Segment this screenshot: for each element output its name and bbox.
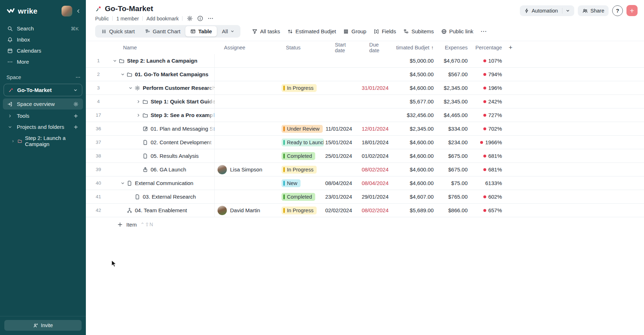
assignee-cell[interactable] bbox=[215, 122, 279, 135]
expenses-cell[interactable]: $567.00 bbox=[434, 68, 468, 81]
column-header-estimated-budget[interactable]: timated Budjet↑ bbox=[394, 41, 434, 54]
status-badge[interactable]: Completed bbox=[282, 193, 315, 201]
table-row[interactable]: 40External CommunicationNew08/04/202408/… bbox=[86, 176, 644, 190]
percentage-cell[interactable]: 6133% bbox=[468, 176, 502, 190]
toolbar-action-public-link[interactable]: Public link bbox=[441, 28, 474, 34]
estimated-budget-cell[interactable]: $4,500.00 bbox=[394, 68, 434, 81]
start-date-cell[interactable]: 15/01/2024 bbox=[324, 136, 361, 149]
assignee-cell[interactable] bbox=[215, 149, 279, 162]
task-name[interactable]: Step 2: Launch a Campaign bbox=[127, 58, 197, 64]
task-name-cell[interactable]: 01. Plan and Messaging Str bbox=[111, 122, 215, 135]
chevron-down-icon[interactable] bbox=[121, 72, 125, 77]
task-name[interactable]: Step 3: See a Pro example bbox=[151, 112, 215, 118]
add-column-button[interactable]: + bbox=[502, 41, 519, 54]
task-name[interactable]: 02. Content Development bbox=[151, 139, 211, 145]
task-name-cell[interactable]: Step 3: See a Pro example bbox=[111, 108, 215, 122]
add-item-row[interactable]: Item ⌃⇧N bbox=[86, 217, 644, 232]
estimated-budget-cell[interactable]: $5,000.00 bbox=[394, 54, 434, 67]
task-name-cell[interactable]: Step 1: Quick Start Guide bbox=[111, 95, 215, 108]
due-date-cell[interactable]: 01/02/2024 bbox=[361, 149, 394, 162]
assignee-cell[interactable] bbox=[215, 95, 279, 108]
column-header-status[interactable]: Status bbox=[279, 41, 324, 54]
due-date-cell[interactable]: 31/01/2024 bbox=[361, 81, 394, 94]
status-cell[interactable]: Completed bbox=[279, 190, 324, 203]
due-date-cell[interactable]: 08/04/2024 bbox=[361, 176, 394, 190]
expenses-cell[interactable]: $75.00 bbox=[434, 176, 468, 190]
estimated-budget-cell[interactable]: $2,345.00 bbox=[394, 122, 434, 135]
percentage-cell[interactable]: 702% bbox=[468, 122, 502, 135]
task-name-cell[interactable]: 06. GA Launch bbox=[111, 163, 215, 176]
task-name[interactable]: 04. Team Enablement bbox=[135, 207, 187, 213]
percentage-cell[interactable]: 681% bbox=[468, 149, 502, 162]
view-tab-all[interactable]: All bbox=[217, 26, 239, 37]
percentage-cell[interactable]: 727% bbox=[468, 108, 502, 122]
estimated-budget-cell[interactable]: $4,600.00 bbox=[394, 176, 434, 190]
assignee-cell[interactable] bbox=[215, 136, 279, 149]
chevron-down-icon[interactable] bbox=[566, 9, 570, 13]
info-icon[interactable] bbox=[197, 15, 203, 21]
due-date-cell[interactable]: 08/02/2024 bbox=[361, 204, 394, 217]
share-button[interactable]: Share bbox=[578, 5, 609, 16]
expenses-cell[interactable]: $675.00 bbox=[434, 149, 468, 162]
sidebar-item-projects-and-folders[interactable]: Projects and folders bbox=[3, 121, 83, 132]
due-date-cell[interactable]: 12/01/2024 bbox=[361, 122, 394, 135]
view-tab-quick-start[interactable]: Quick start bbox=[96, 26, 140, 37]
estimated-budget-cell[interactable]: $5,677.00 bbox=[394, 95, 434, 108]
table-row[interactable]: 3906. GA LaunchLisa SimpsonIn Progress08… bbox=[86, 163, 644, 176]
toolbar-more-button[interactable]: ⋯ bbox=[480, 28, 487, 35]
gear-icon[interactable] bbox=[73, 101, 79, 107]
task-name[interactable]: 03. External Research bbox=[143, 194, 196, 200]
start-date-cell[interactable] bbox=[324, 54, 361, 67]
expenses-cell[interactable]: $765.00 bbox=[434, 190, 468, 203]
task-name-cell[interactable]: Step 2: Launch a Campaign bbox=[111, 54, 215, 67]
status-badge[interactable]: Ready to Launch bbox=[282, 139, 324, 146]
start-date-cell[interactable] bbox=[324, 68, 361, 81]
sidebar-item-more[interactable]: More bbox=[3, 56, 83, 67]
help-button[interactable]: ? bbox=[612, 5, 623, 16]
due-date-cell[interactable] bbox=[361, 68, 394, 81]
assignee-cell[interactable] bbox=[215, 81, 279, 94]
table-row[interactable]: 3702. Content DevelopmentReady to Launch… bbox=[86, 136, 644, 149]
status-cell[interactable]: In Progress bbox=[279, 204, 324, 217]
chevron-down-icon[interactable] bbox=[128, 86, 133, 90]
expand-toggle[interactable] bbox=[119, 181, 127, 185]
task-name-cell[interactable]: 03. External Research bbox=[111, 190, 215, 203]
assignee-cell[interactable] bbox=[215, 176, 279, 190]
due-date-cell[interactable]: 08/02/2024 bbox=[361, 163, 394, 176]
table-row[interactable]: 4103. External ResearchCompleted23/01/20… bbox=[86, 190, 644, 204]
percentage-cell[interactable]: 681% bbox=[468, 163, 502, 176]
assignee-cell[interactable] bbox=[215, 108, 279, 122]
percentage-cell[interactable]: 794% bbox=[468, 68, 502, 81]
column-header-start-date[interactable]: Start date bbox=[324, 41, 361, 54]
expenses-cell[interactable]: $675.00 bbox=[434, 163, 468, 176]
toolbar-action-estimated-budjet[interactable]: Estimated Budjet bbox=[287, 28, 336, 34]
sidebar-item-calendars[interactable]: Calendars bbox=[3, 45, 83, 56]
sidebar-item-space-overview[interactable]: Space overview bbox=[3, 98, 83, 110]
estimated-budget-cell[interactable]: $4,600.00 bbox=[394, 163, 434, 176]
expenses-cell[interactable]: $2,345.00 bbox=[434, 81, 468, 94]
assignee-cell[interactable] bbox=[215, 190, 279, 203]
status-badge[interactable]: In Progress bbox=[282, 166, 317, 174]
expand-toggle[interactable] bbox=[127, 86, 135, 90]
task-name[interactable]: External Communication bbox=[135, 180, 193, 186]
estimated-budget-cell[interactable]: $32,456.00 bbox=[394, 108, 434, 122]
table-row[interactable]: 4Step 1: Quick Start Guide$5,677.00$2,34… bbox=[86, 95, 644, 108]
column-header-assignee[interactable]: Assignee bbox=[215, 41, 279, 54]
members-label[interactable]: 1 member bbox=[116, 16, 139, 21]
estimated-budget-cell[interactable]: $4,600.00 bbox=[394, 136, 434, 149]
add-bookmark-button[interactable]: Add bookmark bbox=[146, 16, 179, 21]
due-date-cell[interactable]: 29/01/2024 bbox=[361, 190, 394, 203]
status-badge[interactable]: Under Review bbox=[282, 125, 323, 133]
sidebar-item-inbox[interactable]: Inbox bbox=[3, 34, 83, 45]
invite-button[interactable]: Invite bbox=[4, 320, 82, 331]
task-name-cell[interactable]: External Communication bbox=[111, 176, 215, 190]
due-date-cell[interactable] bbox=[361, 95, 394, 108]
create-new-button[interactable]: + bbox=[626, 5, 638, 16]
space-selector[interactable]: Go-To-Market bbox=[4, 84, 82, 96]
assignee-cell[interactable]: Lisa Simpson bbox=[215, 163, 279, 176]
task-name[interactable]: 01. Plan and Messaging Str bbox=[151, 126, 215, 132]
start-date-cell[interactable]: 11/01/2024 bbox=[324, 122, 361, 135]
sidebar-project-step2[interactable]: Step 2: Launch a Campaign bbox=[3, 132, 83, 150]
sort-ascending-icon[interactable]: ↑ bbox=[431, 45, 434, 50]
table-row[interactable]: 17Step 3: See a Pro example$32,456.00$4,… bbox=[86, 108, 644, 122]
